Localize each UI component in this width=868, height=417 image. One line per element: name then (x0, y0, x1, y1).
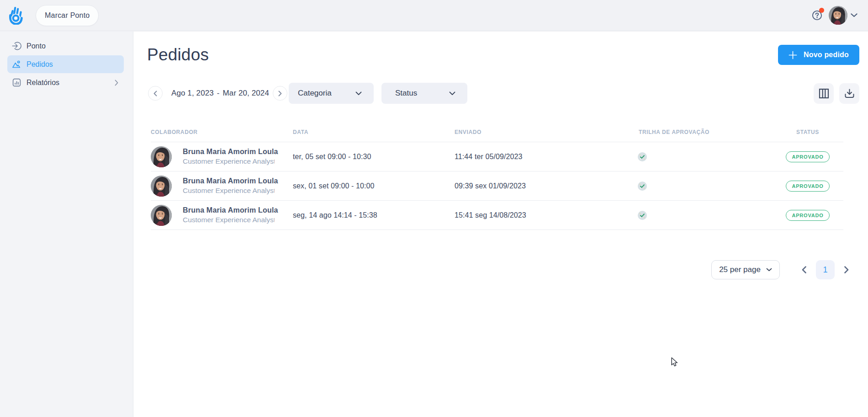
approval-trail-cell (638, 182, 772, 191)
sidebar-item-label: Ponto (26, 42, 46, 50)
status-cell: APROVADO (772, 151, 843, 162)
status-select[interactable]: Status (381, 83, 467, 104)
date-cell: seg, 14 ago 14:14 - 15:38 (293, 211, 455, 219)
per-page-value: 25 per page (719, 265, 761, 274)
date-cell: sex, 01 set 09:00 - 10:00 (293, 182, 455, 190)
chevron-down-icon (355, 91, 362, 96)
user-menu-chevron-down-icon[interactable] (851, 13, 857, 17)
tangerino-hand-logo-icon (9, 6, 23, 25)
status-badge: APROVADO (786, 210, 830, 221)
category-select[interactable]: Categoria (289, 83, 374, 104)
status-badge: APROVADO (786, 181, 830, 192)
collaborator-text: Bruna Maria Amorim Loula Customer Experi… (183, 206, 278, 224)
novo-pedido-button[interactable]: Novo pedido (778, 45, 859, 65)
chevron-right-icon (844, 266, 849, 273)
mountains-icon (12, 59, 21, 69)
help-button[interactable] (812, 10, 822, 21)
sidebar-item-relatorios[interactable]: Relatórios (7, 74, 124, 91)
collaborator-name: Bruna Maria Amorim Loula (183, 177, 278, 185)
row-avatar (151, 176, 172, 197)
sidebar-item-pedidos[interactable]: Pedidos (7, 55, 124, 73)
columns-icon (819, 88, 829, 99)
requests-table: COLABORADOR DATA ENVIADO TRILHA DE APROV… (151, 123, 843, 230)
col-header-status: STATUS (772, 129, 843, 135)
table-row[interactable]: Bruna Maria Amorim Loula Customer Experi… (151, 201, 843, 230)
table-actions (814, 83, 859, 104)
marcar-ponto-button[interactable]: Marcar Ponto (36, 5, 99, 26)
page-header: Pedidos Novo pedido (147, 45, 859, 65)
collaborator-cell: Bruna Maria Amorim Loula Customer Experi… (151, 146, 293, 167)
per-page-select[interactable]: 25 per page (711, 260, 780, 279)
plus-icon (789, 51, 797, 59)
date-cell: ter, 05 set 09:00 - 10:30 (293, 153, 455, 161)
chevron-down-icon (766, 268, 772, 272)
sidebar: Ponto Pedidos Relatórios (0, 32, 133, 417)
status-cell: APROVADO (772, 210, 843, 221)
approved-check-icon (638, 152, 647, 161)
date-start: Ago 1, 2023 (171, 89, 214, 97)
bar-chart-icon (12, 78, 21, 87)
pagination: 25 per page 1 (147, 260, 859, 279)
page-title: Pedidos (147, 45, 209, 64)
top-bar: Marcar Ponto (0, 0, 868, 31)
table-row[interactable]: Bruna Maria Amorim Loula Customer Experi… (151, 142, 843, 171)
col-header-colaborador: COLABORADOR (151, 129, 293, 135)
next-page-button[interactable] (844, 260, 849, 279)
col-header-data: DATA (293, 129, 455, 135)
current-page-button[interactable]: 1 (816, 260, 835, 279)
col-header-trilha: TRILHA DE APROVAÇÃO (639, 129, 772, 135)
main-content: Pedidos Novo pedido Ago 1, 2023-Mar 20, … (133, 32, 868, 417)
col-header-enviado: ENVIADO (455, 129, 639, 135)
prev-page-button[interactable] (801, 260, 807, 279)
clock-in-icon (12, 41, 21, 51)
status-badge: APROVADO (786, 151, 830, 162)
date-next-button[interactable] (273, 86, 287, 101)
collaborator-text: Bruna Maria Amorim Loula Customer Experi… (183, 148, 278, 166)
date-range[interactable]: Ago 1, 2023-Mar 20, 2024 (171, 89, 269, 98)
download-icon (844, 88, 855, 99)
status-select-value: Status (395, 89, 417, 98)
table-header-row: COLABORADOR DATA ENVIADO TRILHA DE APROV… (151, 123, 843, 142)
download-button[interactable] (839, 83, 859, 104)
topbar-right-cluster (812, 6, 868, 25)
status-cell: APROVADO (772, 181, 843, 192)
columns-settings-button[interactable] (814, 83, 834, 104)
notification-dot (819, 8, 824, 13)
sidebar-item-ponto[interactable]: Ponto (7, 37, 124, 55)
collaborator-text: Bruna Maria Amorim Loula Customer Experi… (183, 177, 278, 195)
chevron-left-icon (153, 91, 157, 96)
approval-trail-cell (638, 211, 772, 220)
collaborator-role: Customer Experience Analyst (183, 157, 275, 166)
approval-trail-cell (638, 152, 772, 161)
row-avatar (151, 205, 172, 226)
category-select-value: Categoria (298, 89, 332, 98)
date-end: Mar 20, 2024 (223, 89, 269, 97)
collaborator-name: Bruna Maria Amorim Loula (183, 206, 278, 214)
collaborator-role: Customer Experience Analyst (183, 187, 275, 195)
chevron-left-icon (802, 266, 806, 273)
approved-check-icon (638, 182, 647, 191)
novo-pedido-label: Novo pedido (804, 51, 849, 59)
collaborator-cell: Bruna Maria Amorim Loula Customer Experi… (151, 176, 293, 197)
row-avatar (151, 146, 172, 167)
table-row[interactable]: Bruna Maria Amorim Loula Customer Experi… (151, 171, 843, 201)
sent-cell: 11:44 ter 05/09/2023 (455, 153, 639, 161)
submenu-chevron-right-icon (115, 80, 118, 86)
chevron-right-icon (278, 91, 282, 96)
sidebar-item-label: Pedidos (26, 60, 53, 69)
collaborator-role: Customer Experience Analyst (183, 216, 275, 224)
user-avatar[interactable] (829, 6, 847, 25)
collaborator-cell: Bruna Maria Amorim Loula Customer Experi… (151, 205, 293, 226)
date-prev-button[interactable] (148, 86, 163, 101)
date-separator: - (217, 89, 220, 97)
approved-check-icon (638, 211, 647, 220)
collaborator-name: Bruna Maria Amorim Loula (183, 148, 278, 156)
chevron-down-icon (449, 91, 455, 96)
sent-cell: 09:39 sex 01/09/2023 (455, 182, 639, 190)
sent-cell: 15:41 seg 14/08/2023 (455, 211, 639, 219)
filter-bar: Ago 1, 2023-Mar 20, 2024 Categoria Statu… (147, 83, 859, 104)
sidebar-item-label: Relatórios (26, 79, 59, 87)
